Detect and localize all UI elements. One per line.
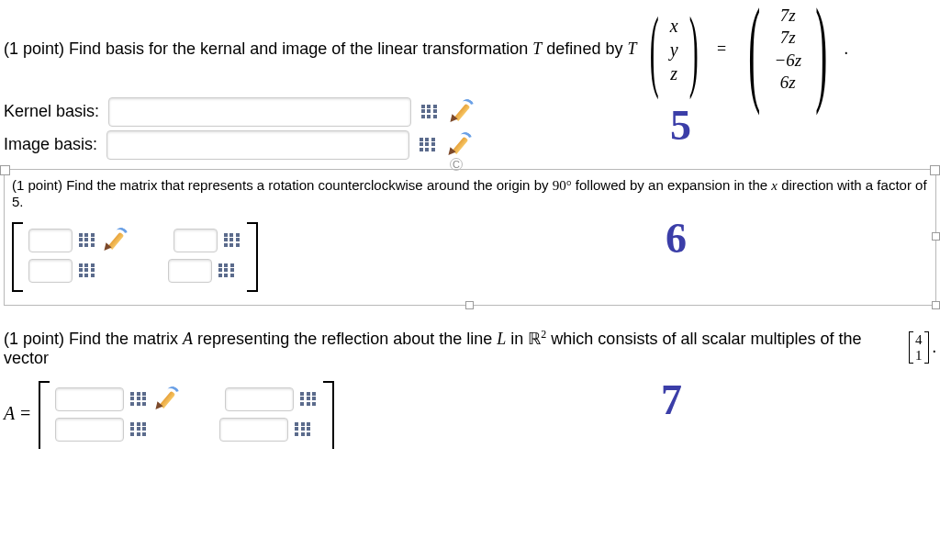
problem-6-text: (1 point) Find the matrix that represent… [12,177,928,209]
grip-icon[interactable] [218,263,236,279]
grip-icon[interactable] [129,421,148,438]
pencil-icon[interactable] [448,99,474,125]
out-1: 7z [780,6,796,26]
vec-y: y [670,39,678,61]
grip-icon[interactable] [129,391,148,408]
text2: followed by an expansion in the [572,177,772,193]
grip-icon[interactable] [420,104,439,120]
problem-5: (1 point) Find basis for the kernal and … [0,0,940,165]
points-label: (1 point) [12,177,66,193]
matrix-6-cell-22[interactable] [168,259,212,283]
text1: Find the matrix that represents a rotati… [66,177,552,193]
vec-bot: 1 [915,348,923,364]
problem-text-2: defined by [546,39,627,58]
vec-z: z [670,62,677,84]
period: . [844,39,848,59]
matrix-7-cell-12[interactable] [225,387,294,411]
problem-6-selection: (1 point) Find the matrix that represent… [4,169,936,306]
pencil-icon[interactable] [446,132,472,158]
text3: in [506,330,528,348]
annotation-6: 6 [666,214,687,263]
matrix-6-cell-11[interactable] [28,229,73,252]
annotation-7: 7 [661,375,682,424]
points-label: (1 point) [4,39,69,58]
grip-icon[interactable] [299,391,318,408]
pencil-icon[interactable] [102,228,128,253]
text1: Find the matrix [69,330,183,348]
vec-top: 4 [915,332,923,348]
image-label: Image basis: [4,135,97,154]
pencil-icon[interactable] [153,386,179,412]
points-label: (1 point) [4,330,69,348]
vec-x: x [670,15,678,37]
grip-icon[interactable] [419,137,437,153]
matrix-input-7 [39,381,334,447]
problem-text: Find basis for the kernal and image of t… [69,39,532,58]
annotation-5: 5 [670,101,691,150]
xvar: x [771,178,778,193]
out-2: 7z [780,28,796,48]
grip-icon[interactable] [223,232,241,249]
var-T: T [532,39,542,58]
problem-7: (1 point) Find the matrix A representing… [0,322,940,449]
var-L: L [497,330,506,348]
matrix-7-cell-11[interactable] [55,387,124,411]
out-4: 6z [780,73,796,93]
text2: representing the reflection about the li… [193,330,497,348]
matrix-6-cell-21[interactable] [28,259,73,283]
image-input[interactable] [106,130,409,160]
output-vector: ( 7z 7z −6z 6z ) [734,6,841,94]
input-vector: ( x y z ) [639,15,709,84]
grip-icon[interactable] [78,263,96,279]
kernel-label: Kernel basis: [4,102,99,121]
vector-4-1: 4 1 [909,331,929,364]
period: . [933,338,937,357]
grip-icon[interactable] [78,232,96,249]
equals: = [717,39,726,59]
a-equals: A = [4,403,31,424]
matrix-7-cell-22[interactable] [219,418,288,442]
r2: ℝ [528,330,541,348]
matrix-input-6 [12,222,928,288]
grip-icon[interactable] [294,421,312,438]
angle: 90° [553,178,572,193]
var-A: A [183,330,193,348]
out-3: −6z [774,50,801,71]
matrix-6-cell-12[interactable] [173,229,218,252]
matrix-7-cell-21[interactable] [55,418,124,442]
kernel-input[interactable] [108,97,411,127]
var-T-2: T [627,39,636,58]
